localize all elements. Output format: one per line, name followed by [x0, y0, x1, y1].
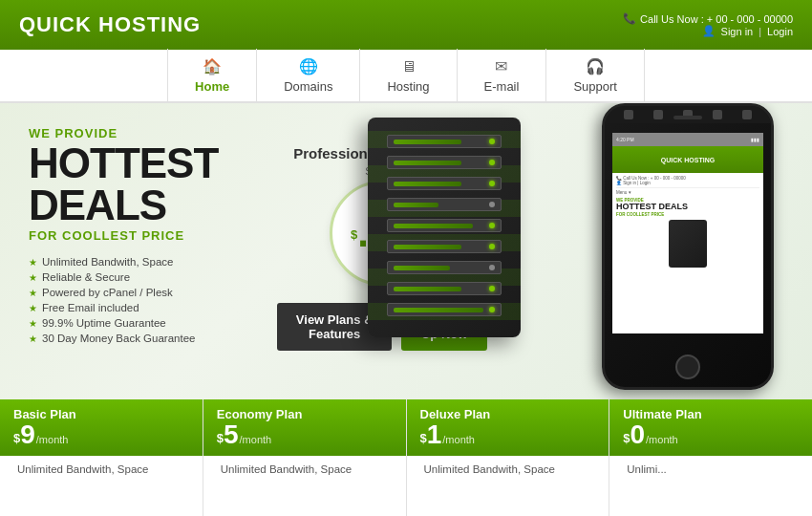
- we-provide-label: WE PROVIDE: [29, 126, 277, 140]
- email-icon: ✉: [495, 57, 507, 75]
- hottest-deals-label: HOTTEST DEALS: [29, 142, 277, 226]
- phone-logo: QUICK HOSTING: [661, 157, 715, 163]
- server-slot-2: [387, 156, 502, 169]
- phone-back-btn: [624, 110, 633, 119]
- domains-icon: 🌐: [299, 57, 318, 75]
- feature-3: Powered by cPanel / Plesk: [29, 287, 277, 298]
- plan-amount-deluxe: 1: [427, 421, 442, 448]
- plan-price-deluxe: $ 1 /month: [420, 421, 596, 448]
- plan-header-economy: Economy Plan $ 5 /month: [203, 399, 406, 456]
- phone-coollest: FOR COOLLEST PRICE: [616, 212, 759, 217]
- server-slot-6: [387, 240, 502, 253]
- nav-item-support[interactable]: 🎧 Support: [546, 49, 645, 102]
- hero-section: WE PROVIDE HOTTEST DEALS FOR COOLLEST PR…: [0, 103, 812, 399]
- site-logo: QUICK HOSTING: [19, 12, 201, 37]
- main-nav: 🏠 Home 🌐 Domains 🖥 Hosting ✉ E-mail 🎧 Su…: [0, 50, 812, 103]
- plan-price-ultimate: $ 0 /month: [623, 421, 799, 448]
- phone-icon: 📞: [623, 12, 636, 25]
- nav-items: 🏠 Home 🌐 Domains 🖥 Hosting ✉ E-mail 🎧 Su…: [167, 49, 645, 102]
- plan-period-ultimate: /month: [646, 434, 678, 445]
- for-coollest-label: FOR COOLLEST PRICE: [29, 228, 277, 243]
- nav-label-support: Support: [573, 79, 617, 94]
- plan-name-deluxe: Deluxe Plan: [420, 407, 596, 421]
- plan-dollar-economy: $: [217, 431, 224, 445]
- phone-server-img: [669, 220, 707, 268]
- features-list: Unlimited Bandwith, Space Reliable & Sec…: [29, 256, 277, 344]
- auth-separator: |: [759, 26, 761, 37]
- plan-card-basic: Basic Plan $ 9 /month Unlimited Bandwith…: [0, 399, 203, 516]
- signin-link[interactable]: Sign in: [721, 26, 754, 37]
- header-right: 📞 Call Us Now : + 00 - 000 - 00000 👤 Sig…: [623, 12, 793, 37]
- plan-name-basic: Basic Plan: [13, 407, 189, 421]
- server-slot-3: [387, 177, 502, 190]
- server-slot-1: [387, 135, 502, 148]
- nav-item-domains[interactable]: 🌐 Domains: [257, 49, 360, 102]
- phone-hottest: HOTTEST DEALS: [616, 203, 759, 212]
- nav-label-hosting: Hosting: [387, 79, 429, 94]
- server-slot-5: [387, 219, 502, 232]
- plan-feature-deluxe: Unlimited Bandwith, Space: [424, 463, 592, 475]
- phone-image: 4:20 PM▮▮▮ QUICK HOSTING 📞 Call Us Now :…: [602, 103, 793, 399]
- nav-label-home: Home: [195, 79, 229, 94]
- login-link[interactable]: Login: [767, 26, 793, 37]
- phone-body: 4:20 PM▮▮▮ QUICK HOSTING 📞 Call Us Now :…: [602, 103, 774, 390]
- plan-dollar-basic: $: [13, 431, 20, 445]
- page-header: QUICK HOSTING 📞 Call Us Now : + 00 - 000…: [0, 0, 812, 50]
- phone-screen-header: QUICK HOSTING: [612, 146, 763, 173]
- nav-label-domains: Domains: [284, 79, 332, 94]
- plan-price-basic: $ 9 /month: [13, 421, 189, 448]
- server-image: [368, 118, 540, 356]
- server-slot-9: [387, 303, 502, 316]
- plan-feature-basic: Unlimited Bandwith, Space: [17, 463, 185, 475]
- phone-speaker: [673, 116, 702, 119]
- feature-1: Unlimited Bandwith, Space: [29, 256, 277, 268]
- plan-dollar-ultimate: $: [623, 431, 630, 445]
- call-info: 📞 Call Us Now : + 00 - 000 - 00000: [623, 12, 793, 25]
- plan-name-economy: Economy Plan: [217, 407, 393, 421]
- plan-feature-economy: Unlimited Bandwith, Space: [221, 463, 389, 475]
- plan-price-economy: $ 5 /month: [217, 421, 393, 448]
- server-box: [368, 118, 521, 337]
- plan-header-basic: Basic Plan $ 9 /month: [0, 399, 203, 456]
- server-slot-7: [387, 261, 502, 274]
- support-icon: 🎧: [586, 57, 605, 75]
- plan-card-ultimate: Ultimate Plan $ 0 /month Unlimi...: [609, 399, 812, 516]
- plan-period-economy: /month: [240, 434, 272, 445]
- nav-label-email: E-mail: [484, 79, 520, 94]
- call-number: Call Us Now : + 00 - 000 - 00000: [640, 13, 793, 25]
- feature-2: Reliable & Secure: [29, 271, 277, 283]
- price-dollar: $: [351, 228, 357, 241]
- server-slot-4: [387, 198, 502, 211]
- phone-screen: 4:20 PM▮▮▮ QUICK HOSTING 📞 Call Us Now :…: [612, 133, 763, 333]
- phone-nav-bar: [605, 106, 771, 123]
- plan-card-economy: Economy Plan $ 5 /month Unlimited Bandwi…: [203, 399, 407, 516]
- plan-period-basic: /month: [36, 434, 69, 445]
- phone-home-button[interactable]: [675, 355, 700, 379]
- plan-name-ultimate: Ultimate Plan: [623, 407, 799, 421]
- phone-bookmark-btn: [713, 110, 722, 119]
- nav-item-email[interactable]: ✉ E-mail: [458, 49, 547, 102]
- phone-screen-body: 📞 Call Us Now : + 00 - 000 - 00000 👤 Sig…: [612, 173, 763, 272]
- plan-header-ultimate: Ultimate Plan $ 0 /month: [609, 399, 812, 456]
- plan-amount-ultimate: 0: [630, 421, 645, 448]
- nav-item-hosting[interactable]: 🖥 Hosting: [360, 49, 457, 102]
- person-icon: 👤: [702, 25, 716, 37]
- hero-left: WE PROVIDE HOTTEST DEALS FOR COOLLEST PR…: [29, 126, 277, 399]
- server-slot-8: [387, 282, 502, 295]
- phone-share-btn: [742, 110, 752, 119]
- feature-5: 99.9% Uptime Guarantee: [29, 317, 277, 329]
- plan-amount-basic: 9: [20, 421, 35, 448]
- hosting-icon: 🖥: [401, 58, 417, 75]
- feature-4: Free Email included: [29, 302, 277, 313]
- plan-header-deluxe: Deluxe Plan $ 1 /month: [407, 399, 609, 456]
- plan-period-deluxe: /month: [442, 434, 475, 445]
- nav-item-home[interactable]: 🏠 Home: [167, 49, 257, 102]
- plan-feature-ultimate: Unlimi...: [627, 463, 795, 475]
- phone-menu-btn: [653, 110, 663, 119]
- home-icon: 🏠: [203, 57, 222, 75]
- plan-dollar-deluxe: $: [420, 431, 427, 445]
- feature-6: 30 Day Money Back Guarantee: [29, 333, 277, 344]
- plan-card-deluxe: Deluxe Plan $ 1 /month Unlimited Bandwit…: [407, 399, 610, 516]
- auth-links: 👤 Sign in | Login: [702, 25, 793, 37]
- plans-section: Basic Plan $ 9 /month Unlimited Bandwith…: [0, 399, 812, 516]
